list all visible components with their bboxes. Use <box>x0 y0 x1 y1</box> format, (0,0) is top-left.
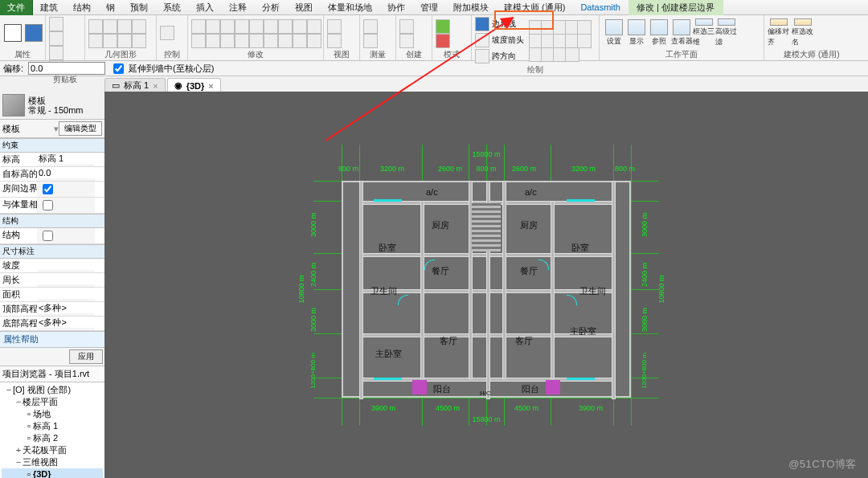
draw-ellipse-button[interactable] <box>577 34 592 48</box>
geom-btn[interactable] <box>103 34 117 48</box>
trim-extend-button[interactable] <box>293 19 307 34</box>
tab-modify-context[interactable]: 修改 | 创建楼层边界 <box>628 0 723 15</box>
trim-multi-button[interactable] <box>293 34 307 48</box>
copy-move-button[interactable] <box>264 19 278 34</box>
geom-btn[interactable] <box>132 19 146 34</box>
tab-arch[interactable]: 建筑 <box>33 0 66 15</box>
type-selector[interactable]: 楼板常规 - 150mm <box>0 92 104 120</box>
geom-btn[interactable] <box>103 19 117 34</box>
tab-datasmith[interactable]: Datasmith <box>573 0 628 15</box>
project-browser-tree[interactable]: −[O] 视图 (全部) −楼层平面 ▫ 场地 ▫ 标高 1 ▫ 标高 2 +天… <box>0 382 104 478</box>
split-button[interactable] <box>307 19 321 34</box>
prop-perimeter-input[interactable] <box>37 273 95 284</box>
dimension-button[interactable] <box>363 34 378 48</box>
prop-group-header[interactable]: 结构 <box>0 214 104 228</box>
offset-input[interactable] <box>28 62 105 75</box>
bm-rename-button[interactable]: 框选改名 <box>792 18 814 47</box>
view-tab-3d[interactable]: ◉{3D}× <box>167 78 221 92</box>
slope-arrow-button[interactable]: 坡度箭头 <box>492 35 524 46</box>
boundary-line-button[interactable]: 边界线 <box>492 18 516 30</box>
rotate-button[interactable] <box>278 19 293 34</box>
align-button[interactable] <box>191 19 206 34</box>
prop-level-input[interactable] <box>37 153 95 164</box>
prop-slope-input[interactable] <box>37 259 95 270</box>
split-gap-button[interactable] <box>307 34 321 48</box>
element-filter[interactable]: 楼板 <box>2 123 54 135</box>
view-tab-level1[interactable]: ▭标高 1× <box>104 78 166 92</box>
activate-controls-button[interactable] <box>160 26 174 40</box>
finish-edit-button[interactable] <box>436 19 450 34</box>
select-3d-box-button[interactable]: 框选三维 <box>693 18 715 47</box>
tree-node-site[interactable]: ▫ 场地 <box>2 408 103 420</box>
properties-button[interactable] <box>24 18 43 48</box>
prop-room-boundary-checkbox[interactable] <box>43 184 53 194</box>
geom-btn[interactable] <box>88 19 103 34</box>
prop-height-input[interactable] <box>37 167 95 178</box>
apply-button[interactable]: 应用 <box>69 349 103 364</box>
unpin-button[interactable] <box>235 34 249 48</box>
advanced-filter-button[interactable]: 高级过滤 <box>715 18 738 47</box>
tab-annotate[interactable]: 注释 <box>222 0 255 15</box>
drawing-canvas[interactable]: a/c a/c 厨房 厨房 卧室 卧室 餐厅 餐厅 卫生间 卫生间 主卧室 主卧… <box>104 92 868 478</box>
workplane-set-button[interactable]: 设置 <box>603 18 625 47</box>
create-similar-button[interactable] <box>399 19 414 34</box>
geom-btn[interactable] <box>88 34 103 48</box>
extend-to-core-checkbox[interactable]: 延伸到墙中(至核心层) <box>110 61 214 76</box>
copy-button[interactable] <box>49 46 63 60</box>
prop-mass-related-checkbox[interactable] <box>43 200 53 210</box>
prop-structural-checkbox[interactable] <box>43 231 53 241</box>
tab-insert[interactable]: 插入 <box>189 0 222 15</box>
tab-manage[interactable]: 管理 <box>413 0 446 15</box>
create-group-button[interactable] <box>399 34 414 48</box>
pick-support-button[interactable] <box>565 47 579 62</box>
geom-btn[interactable] <box>117 19 132 34</box>
tab-collab[interactable]: 协作 <box>380 0 413 15</box>
workplane-show-button[interactable]: 显示 <box>625 18 648 47</box>
view-btn[interactable] <box>327 34 342 48</box>
workplane-ref-button[interactable]: 参照 <box>648 18 670 47</box>
tab-buildmaster[interactable]: 建模大师 (通用) <box>497 0 573 15</box>
prop-group-header[interactable]: 尺寸标注 <box>0 244 104 259</box>
trim-single-button[interactable] <box>278 34 293 48</box>
tab-analyze[interactable]: 分析 <box>255 0 288 15</box>
mirror-axis-button[interactable] <box>220 19 235 34</box>
tab-steel[interactable]: 钢 <box>99 0 123 15</box>
prop-top-elev-input[interactable] <box>37 302 95 313</box>
scale-button[interactable] <box>206 34 220 48</box>
edit-type-button[interactable]: 编辑类型 <box>59 121 102 136</box>
draw-arc-button[interactable] <box>577 20 592 35</box>
tree-node-3d-default[interactable]: ▫ {3D} <box>2 468 103 478</box>
paste-button[interactable] <box>49 17 63 31</box>
mirror-draw-button[interactable] <box>235 19 249 34</box>
tree-node-root[interactable]: −[O] 视图 (全部) <box>2 384 103 396</box>
tab-file[interactable]: 文件 <box>0 0 33 15</box>
tab-addins[interactable]: 附加模块 <box>446 0 497 15</box>
tab-view[interactable]: 视图 <box>288 0 321 15</box>
tree-node-3dviews[interactable]: −三维视图 <box>2 456 103 468</box>
tree-node-ceiling[interactable]: +天花板平面 <box>2 444 103 456</box>
tab-struct[interactable]: 结构 <box>66 0 99 15</box>
close-icon[interactable]: × <box>208 81 213 91</box>
array-button[interactable] <box>191 34 206 48</box>
modify-tool-button[interactable] <box>3 18 23 48</box>
tab-systems[interactable]: 系统 <box>156 0 189 15</box>
move-button[interactable] <box>249 19 264 34</box>
delete-button[interactable] <box>249 34 264 48</box>
cancel-edit-button[interactable] <box>436 34 450 48</box>
prop-group-header[interactable]: 约束 <box>0 138 104 153</box>
tab-precast[interactable]: 预制 <box>123 0 156 15</box>
close-icon[interactable]: × <box>153 81 158 91</box>
bm-align-button[interactable]: 偏移对齐 <box>768 18 790 47</box>
tree-node-floorplans[interactable]: −楼层平面 <box>2 396 103 408</box>
properties-help-button[interactable]: 属性帮助 <box>0 331 104 348</box>
offset-button[interactable] <box>206 19 220 34</box>
tree-node-level2[interactable]: ▫ 标高 2 <box>2 432 103 444</box>
prop-bottom-elev-input[interactable] <box>37 317 95 328</box>
prop-area-input[interactable] <box>37 288 95 299</box>
tree-node-level1[interactable]: ▫ 标高 1 <box>2 420 103 432</box>
geom-btn[interactable] <box>117 34 132 48</box>
pin-button[interactable] <box>220 34 235 48</box>
span-direction-button[interactable]: 跨方向 <box>492 51 516 62</box>
view-btn[interactable] <box>327 19 342 34</box>
workplane-viewer-button[interactable]: 查看器 <box>670 18 693 47</box>
